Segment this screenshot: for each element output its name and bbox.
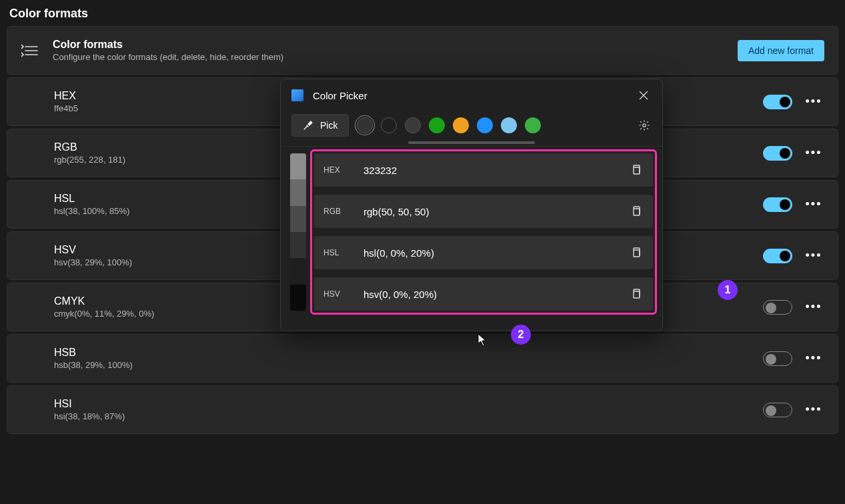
color-value: 323232 [363, 165, 629, 176]
format-toggle[interactable] [763, 351, 792, 366]
pick-button[interactable]: Pick [291, 114, 349, 137]
color-picker-app-icon [291, 89, 303, 101]
svg-rect-6 [634, 167, 640, 174]
svg-rect-8 [634, 250, 640, 257]
format-value: hsb(38, 29%, 100%) [54, 360, 763, 370]
more-options-icon[interactable]: ••• [804, 195, 823, 214]
close-icon[interactable] [636, 87, 652, 103]
color-swatch[interactable] [381, 117, 397, 133]
color-value: hsl(0, 0%, 20%) [363, 247, 629, 259]
more-options-icon[interactable]: ••• [804, 349, 823, 368]
format-toggle[interactable] [763, 249, 792, 263]
add-new-format-button[interactable]: Add new format [738, 40, 824, 61]
more-options-icon[interactable]: ••• [804, 93, 823, 111]
color-swatch[interactable] [357, 117, 373, 133]
color-picker-title: Color Picker [313, 90, 636, 101]
svg-rect-9 [634, 291, 640, 298]
annotation-badge-1: 1 [718, 280, 738, 300]
color-value: hsv(0, 0%, 20%) [363, 289, 629, 300]
color-value: rgb(50, 50, 50) [363, 206, 629, 217]
copy-icon[interactable] [629, 245, 644, 260]
formats-header-subtitle: Configure the color formats (edit, delet… [53, 52, 738, 62]
more-options-icon[interactable]: ••• [804, 298, 823, 317]
format-value: hsi(38, 18%, 87%) [54, 411, 763, 421]
settings-icon[interactable] [637, 118, 652, 133]
pick-button-label: Pick [320, 120, 337, 131]
more-options-icon[interactable]: ••• [804, 144, 823, 163]
color-value-label: HSL [323, 248, 363, 257]
shade-bar[interactable] [290, 153, 306, 311]
more-options-icon[interactable]: ••• [804, 247, 823, 265]
color-value-row-hex: HEX323232 [314, 153, 653, 187]
format-row-hsb[interactable]: HSBhsb(38, 29%, 100%)••• [7, 334, 838, 383]
copy-icon[interactable] [629, 163, 644, 177]
color-value-label: HEX [323, 165, 363, 175]
shade-step[interactable] [290, 153, 306, 179]
format-name: HSB [54, 347, 763, 359]
format-toggle[interactable] [763, 95, 792, 109]
copy-icon[interactable] [629, 287, 644, 301]
color-swatch[interactable] [453, 117, 469, 133]
shade-step[interactable] [290, 285, 306, 311]
color-swatch[interactable] [477, 117, 493, 133]
eyedropper-icon [303, 120, 313, 131]
shade-step[interactable] [290, 258, 306, 284]
color-value-row-rgb: RGBrgb(50, 50, 50) [314, 195, 653, 228]
color-swatch[interactable] [429, 117, 445, 133]
list-reorder-icon [21, 41, 39, 60]
formats-header-title: Color formats [53, 39, 738, 51]
shade-step[interactable] [290, 232, 306, 258]
svg-point-5 [643, 124, 646, 127]
format-toggle[interactable] [763, 197, 792, 212]
shade-step[interactable] [290, 206, 306, 232]
format-toggle[interactable] [763, 300, 792, 315]
format-row-hsi[interactable]: HSIhsi(38, 18%, 87%)••• [7, 385, 838, 434]
page-title: Color formats [7, 7, 838, 26]
color-swatch[interactable] [405, 117, 421, 133]
copy-icon[interactable] [629, 204, 644, 219]
color-value-label: RGB [323, 207, 363, 216]
shade-step[interactable] [290, 179, 306, 205]
formats-header-card: Color formats Configure the color format… [7, 26, 838, 75]
color-swatch[interactable] [525, 117, 541, 133]
format-toggle[interactable] [763, 403, 792, 417]
format-toggle[interactable] [763, 146, 792, 161]
color-value-label: HSV [323, 289, 363, 299]
color-picker-dialog: Color Picker Pick HEX323232RGBrgb(50, 50 [280, 79, 663, 331]
color-value-row-hsv: HSVhsv(0, 0%, 20%) [314, 277, 653, 311]
color-swatch[interactable] [501, 117, 517, 133]
annotation-badge-2: 2 [511, 325, 531, 345]
format-name: HSI [54, 398, 763, 410]
more-options-icon[interactable]: ••• [804, 401, 823, 419]
color-value-row-hsl: HSLhsl(0, 0%, 20%) [314, 236, 653, 269]
svg-rect-7 [634, 209, 640, 215]
